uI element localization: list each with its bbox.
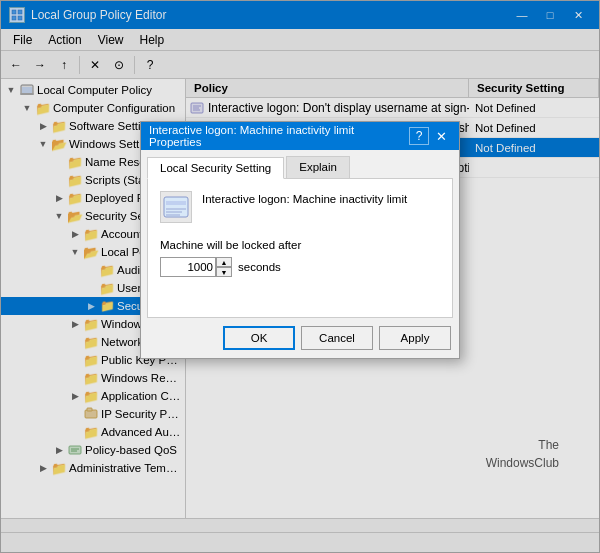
apply-button[interactable]: Apply	[379, 326, 451, 350]
properties-dialog: Interactive logon: Machine inactivity li…	[140, 121, 460, 359]
spinner-up[interactable]: ▲	[216, 257, 232, 267]
dialog-help-button[interactable]: ?	[409, 127, 429, 145]
spinner-down[interactable]: ▼	[216, 267, 232, 277]
cancel-button[interactable]: Cancel	[301, 326, 373, 350]
dialog-policy-header: Interactive logon: Machine inactivity li…	[160, 191, 440, 223]
svg-rect-28	[164, 197, 188, 217]
dialog-overlay: Interactive logon: Machine inactivity li…	[1, 1, 599, 552]
inactivity-input[interactable]	[160, 257, 216, 277]
dialog-title-bar: Interactive logon: Machine inactivity li…	[141, 122, 459, 150]
spinner-control: ▲ ▼	[160, 257, 232, 277]
lock-label: Machine will be locked after	[160, 239, 440, 251]
dialog-policy-icon	[160, 191, 192, 223]
dialog-footer: OK Cancel Apply	[141, 318, 459, 358]
dialog-policy-title: Interactive logon: Machine inactivity li…	[202, 191, 407, 207]
ok-button[interactable]: OK	[223, 326, 295, 350]
dialog-content: Interactive logon: Machine inactivity li…	[147, 178, 453, 318]
dialog-tabs: Local Security Setting Explain	[141, 150, 459, 178]
svg-rect-29	[166, 201, 186, 205]
spinner-buttons: ▲ ▼	[216, 257, 232, 277]
dialog-title-controls: ? ✕	[409, 127, 451, 145]
dialog-close-button[interactable]: ✕	[431, 127, 451, 145]
input-row: ▲ ▼ seconds	[160, 257, 440, 277]
seconds-label: seconds	[238, 261, 281, 273]
dialog-tab-local-security[interactable]: Local Security Setting	[147, 157, 284, 179]
dialog-tab-explain[interactable]: Explain	[286, 156, 350, 178]
main-window: Local Group Policy Editor — □ ✕ File Act…	[0, 0, 600, 553]
dialog-title: Interactive logon: Machine inactivity li…	[149, 124, 409, 148]
